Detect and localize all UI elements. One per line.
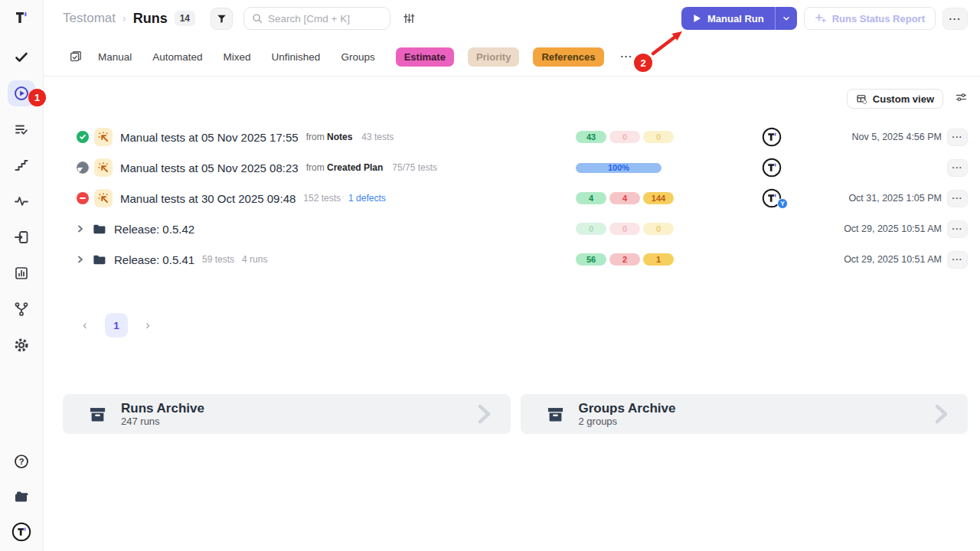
search-box[interactable] (243, 7, 390, 30)
filter-tab-bar: ManualAutomatedMixedUnfinishedGroups Est… (44, 37, 980, 77)
sidebar-item-check-icon[interactable] (8, 44, 35, 70)
sidebar-item-help-icon[interactable]: ? (8, 448, 35, 474)
annotation-step-2-badge: 2 (634, 54, 652, 72)
view-settings-icon[interactable] (955, 91, 968, 107)
row-menu-button[interactable]: ··· (947, 251, 968, 269)
archive-card[interactable]: Groups Archive 2 groups (521, 394, 969, 434)
run-title[interactable]: Release: 0.5.42 (114, 223, 194, 236)
stat-pill-yellow: 1 (643, 253, 674, 266)
tag-pill-list: EstimatePriorityReferences (396, 50, 618, 64)
stat-pill-yellow: 0 (643, 131, 674, 143)
tab-mixed[interactable]: Mixed (224, 51, 251, 63)
app-logo-icon[interactable] (11, 8, 31, 28)
tabs-more-button[interactable]: ··· (621, 51, 633, 62)
manual-run-type-icon (94, 189, 113, 207)
archive-title: Groups Archive (579, 401, 676, 416)
sidebar: ? (0, 0, 44, 551)
tab-manual[interactable]: Manual (98, 51, 132, 63)
avatar: Y (762, 188, 782, 208)
run-status-icon (77, 161, 89, 174)
tag-pill-priority[interactable]: Priority (468, 47, 520, 67)
annotation-step-1-badge: 1 (28, 89, 46, 106)
progress-bar: 100% (576, 163, 662, 173)
page-number-button[interactable]: 1 (105, 313, 128, 337)
runs-status-report-button[interactable]: Runs Status Report (804, 7, 936, 30)
stat-pill-red: 4 (609, 192, 640, 204)
expand-chevron-icon[interactable] (75, 224, 86, 233)
row-menu-button[interactable]: ··· (947, 129, 968, 146)
manual-run-dropdown[interactable] (775, 7, 797, 30)
tag-pill-estimate[interactable]: Estimate (396, 47, 454, 67)
tab-unfinished[interactable]: Unfinished (272, 51, 321, 63)
run-row[interactable]: Manual tests at 30 Oct 2025 09:48 152 te… (63, 183, 968, 214)
tab-groups[interactable]: Groups (341, 51, 374, 63)
run-title[interactable]: Release: 0.5.41 (114, 253, 194, 266)
run-status-icon (77, 192, 89, 204)
sidebar-item-import-icon[interactable] (8, 224, 35, 250)
manual-run-type-icon (94, 128, 113, 146)
row-menu-button[interactable]: ··· (947, 190, 968, 207)
header-more-button[interactable]: ··· (942, 8, 968, 30)
run-meta-text: 152 tests (303, 193, 341, 204)
avatar (762, 158, 782, 178)
run-row[interactable]: Release: 0.5.41 59 tests4 runs 5621 Oct … (63, 244, 968, 275)
archive-cards: Runs Archive 247 runs Groups Archive 2 g… (63, 394, 968, 434)
sidebar-item-activity-icon[interactable] (8, 188, 35, 214)
custom-view-label: Custom view (873, 93, 934, 105)
breadcrumb-separator-icon: › (122, 12, 126, 24)
row-menu-button[interactable]: ··· (947, 220, 968, 238)
avatar (762, 127, 782, 147)
sidebar-item-bar-chart-icon[interactable] (8, 260, 35, 286)
view-toolbar: Custom view (63, 89, 968, 109)
sidebar-item-folder-nav-icon[interactable] (8, 484, 35, 510)
tab-automated[interactable]: Automated (152, 51, 202, 63)
run-meta-text: 75/75 tests (392, 162, 437, 173)
chevron-right-icon (474, 403, 494, 425)
sidebar-item-gear-icon[interactable] (8, 332, 35, 358)
sidebar-item-steps-icon[interactable] (8, 152, 35, 178)
tag-pill-references[interactable]: References (533, 47, 603, 67)
run-date: Nov 5, 2025 4:56 PM (852, 132, 942, 142)
svg-text:?: ? (19, 457, 24, 466)
page-prev-button[interactable]: ‹ (76, 316, 94, 334)
run-meta-text: 59 tests (202, 254, 234, 265)
run-date: Oct 31, 2025 1:05 PM (848, 193, 942, 204)
manual-run-main[interactable]: Manual Run (681, 13, 775, 24)
sidebar-item-list-check-icon[interactable] (8, 116, 35, 142)
run-status-icon (77, 131, 89, 143)
defects-link[interactable]: 1 defects (348, 193, 386, 204)
run-row[interactable]: Release: 0.5.42 000 Oct 29, 2025 10:51 A… (63, 214, 968, 244)
run-date: Oct 29, 2025 10:51 AM (844, 254, 942, 265)
page-next-button[interactable]: › (139, 316, 157, 334)
breadcrumb-project[interactable]: Testomat (63, 11, 116, 26)
sidebar-item-avatar-logo-icon[interactable] (8, 519, 35, 545)
run-source: from Created Plan (306, 162, 384, 173)
expand-chevron-icon[interactable] (75, 255, 86, 264)
chevron-down-icon (782, 14, 791, 23)
run-title[interactable]: Manual tests at 05 Nov 2025 17:55 (120, 131, 299, 144)
stat-pill-yellow: 0 (643, 223, 674, 235)
search-settings-icon[interactable] (402, 11, 416, 25)
run-row[interactable]: Manual tests at 05 Nov 2025 08:23 from C… (63, 152, 968, 183)
runs-list: Manual tests at 05 Nov 2025 17:55 from N… (63, 122, 968, 275)
run-meta-text: 4 runs (242, 254, 267, 265)
run-title[interactable]: Manual tests at 05 Nov 2025 08:23 (120, 161, 299, 174)
run-title[interactable]: Manual tests at 30 Oct 2025 09:48 (120, 192, 296, 205)
stat-pill-green: 0 (576, 223, 606, 235)
pagination: ‹ 1 › (63, 313, 968, 337)
archive-card[interactable]: Runs Archive 247 runs (63, 394, 511, 434)
manual-run-type-icon (94, 158, 113, 177)
search-input[interactable] (268, 13, 375, 24)
manual-run-button[interactable]: Manual Run (681, 7, 797, 30)
top-bar: Testomat › Runs 14 Manual Run Runs Statu… (44, 0, 980, 37)
run-row[interactable]: Manual tests at 05 Nov 2025 17:55 from N… (63, 122, 968, 152)
filter-button[interactable] (211, 8, 233, 30)
sidebar-item-branch-icon[interactable] (8, 296, 35, 322)
custom-view-button[interactable]: Custom view (847, 89, 943, 109)
row-menu-button[interactable]: ··· (947, 159, 968, 177)
stat-pill-green: 43 (576, 131, 606, 143)
saved-filters-icon[interactable] (69, 50, 83, 64)
runs-status-report-label: Runs Status Report (832, 13, 925, 24)
archive-title: Runs Archive (121, 401, 204, 416)
run-stats: 100% (576, 163, 662, 173)
